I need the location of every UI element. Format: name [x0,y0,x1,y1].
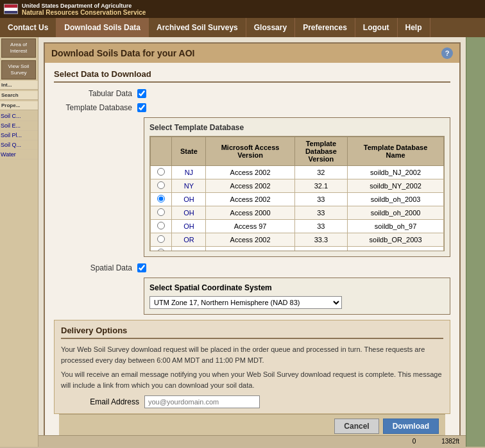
access-cell: Access 97 [206,220,294,233]
spatial-label: Spatial Data [54,263,137,272]
sidebar-item-water[interactable]: Water [0,150,38,160]
table-row: OH Access 2002 33 soildb_oh_2003 [151,193,444,206]
view-soil-survey-btn[interactable]: View SoilSurvey [1,60,36,79]
template-db-table-wrapper[interactable]: State Microsoft AccessVersion TemplateDa… [149,136,445,251]
dialog-body: Select Data to Download Tabular Data Tem… [45,63,459,447]
name-cell: soildb_OR_2000 [348,247,444,252]
db-radio-2[interactable] [157,195,165,203]
main-layout: Area ofInterest View SoilSurvey Int... S… [0,37,485,447]
dialog-title-bar: Download Soils Data for your AOI ? [45,44,459,63]
spatial-box: Select Spatial Coordinate System UTM Zon… [144,278,450,315]
template-db-box: Select Template Database State Microsoft… [144,117,450,257]
name-cell: soildb_oh_97 [348,220,444,233]
col-state: State [172,137,206,166]
version-cell: 33.3 [294,233,348,247]
usda-header: United States Department of Agriculture … [0,0,485,18]
nav-preferences[interactable]: Preferences [295,18,355,37]
db-radio-1[interactable] [157,181,165,189]
db-radio-3[interactable] [157,208,165,216]
nav-glossary[interactable]: Glossary [246,18,295,37]
nav-bar: Contact Us Download Soils Data Archived … [0,18,485,37]
state-cell[interactable]: OH [172,193,206,206]
agency-name: Natural Resources Conservation Service [22,9,146,16]
tabular-checkbox[interactable] [137,89,146,98]
template-checkbox[interactable] [137,103,146,112]
delivery-title: Delivery Options [61,326,443,339]
db-radio-6[interactable] [157,249,165,251]
tabular-label: Tabular Data [54,89,137,98]
state-cell[interactable]: OH [172,206,206,220]
state-cell[interactable]: OR [172,233,206,247]
radio-cell[interactable] [151,220,172,233]
footer-bar: Cancel Download [59,414,445,438]
nav-archived[interactable]: Archived Soil Surveys [149,18,246,37]
area-of-interest-btn[interactable]: Area ofInterest [1,38,36,58]
spatial-data-row: Spatial Data [54,263,450,272]
email-row: Email Address [61,395,443,408]
radio-cell[interactable] [151,247,172,252]
state-cell[interactable]: OH [172,220,206,233]
sidebar-item-soil-c[interactable]: Soil C... [0,112,38,121]
template-db-title: Select Template Database [149,123,445,132]
radio-cell[interactable] [151,206,172,220]
access-cell: Access 2000 [206,206,294,220]
state-cell[interactable]: NJ [172,166,206,179]
name-cell: soildb_oh_2000 [348,206,444,220]
name-cell: soildb_OR_2003 [348,233,444,247]
name-cell: soildb_NY_2002 [348,179,444,193]
nav-logout[interactable]: Logout [355,18,398,37]
nav-help[interactable]: Help [398,18,430,37]
version-cell: 33 [294,206,348,220]
dept-name: United States Department of Agriculture [22,3,146,9]
access-cell: Access 2000 [206,247,294,252]
status-bar: 0 1382ft [38,435,466,447]
nav-download-soils[interactable]: Download Soils Data [56,18,149,37]
radio-cell[interactable] [151,193,172,206]
db-radio-5[interactable] [157,235,165,243]
email-label: Email Address [61,397,144,406]
cancel-button[interactable]: Cancel [334,419,379,434]
usda-flag [4,4,18,14]
coord-system-select[interactable]: UTM Zone 17, Northern Hemisphere (NAD 83… [149,296,342,309]
table-row: NJ Access 2002 32 soildb_NJ_2002 [151,166,444,179]
nav-contact[interactable]: Contact Us [0,18,56,37]
version-cell: 32.1 [294,179,348,193]
delivery-section: Delivery Options Your Web Soil Survey do… [54,320,450,414]
version-cell: 33 [294,220,348,233]
radio-cell[interactable] [151,179,172,193]
access-cell: Access 2002 [206,233,294,247]
map-sidebar [466,37,485,447]
properties-label: Prope... [0,101,38,110]
col-access: Microsoft AccessVersion [206,137,294,166]
sidebar-item-soil-pl[interactable]: Soil Pl... [0,131,38,140]
delivery-text2: You will receive an email message notify… [61,369,443,390]
sidebar-item-soil-q[interactable]: Soil Q... [0,140,38,150]
sidebar: Area ofInterest View SoilSurvey Int... S… [0,37,38,447]
template-db-table: State Microsoft AccessVersion TemplateDa… [150,137,444,251]
template-db-row: Template Database [54,103,450,112]
download-button[interactable]: Download [383,419,439,434]
db-radio-0[interactable] [157,168,165,176]
scale-text: 0 [413,438,416,445]
intersect-label: Int... [0,81,38,90]
spatial-checkbox[interactable] [137,263,146,272]
email-input[interactable] [144,395,260,408]
sidebar-item-soil-e[interactable]: Soil E... [0,121,38,131]
version-cell: 32 [294,166,348,179]
col-template-name: Template DatabaseName [348,137,444,166]
help-icon[interactable]: ? [441,47,453,59]
template-label: Template Database [54,103,137,112]
radio-cell[interactable] [151,233,172,247]
dialog-title-text: Download Soils Data for your AOI [51,48,195,58]
table-row: OR Access 2000 33.3 soildb_OR_2000 [151,247,444,252]
state-cell[interactable]: NY [172,179,206,193]
search-label: Search [0,91,38,100]
state-cell[interactable]: OR [172,247,206,252]
col-radio [151,137,172,166]
tabular-data-row: Tabular Data [54,89,450,98]
radio-cell[interactable] [151,166,172,179]
db-radio-4[interactable] [157,222,165,229]
access-cell: Access 2002 [206,166,294,179]
dialog: Download Soils Data for your AOI ? Selec… [44,42,461,447]
section-title: Select Data to Download [54,69,450,83]
